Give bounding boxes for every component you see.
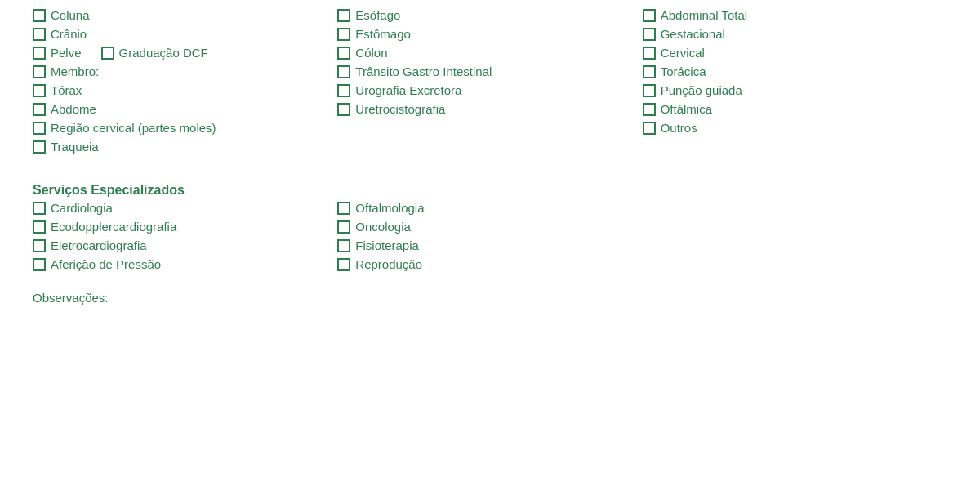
- row-puncao-guiada: Punção guiada: [643, 83, 947, 97]
- label-eletrocardiografia: Eletrocardiografia: [51, 238, 147, 252]
- row-esofago: Esôfago: [337, 8, 642, 22]
- checkbox-cervical[interactable]: [643, 47, 656, 60]
- top-section: Coluna Crânio Pelve Graduação DCF Membro…: [33, 8, 947, 155]
- checkbox-ecodoppler[interactable]: [33, 220, 46, 234]
- row-oftalmologia: Oftalmologia: [337, 201, 642, 215]
- row-cardiologia: Cardiologia: [33, 201, 337, 215]
- row-ecodoppler: Ecodopplercardiografia: [33, 220, 337, 234]
- checkbox-reproducao[interactable]: [337, 258, 350, 271]
- row-reproducao: Reprodução: [337, 257, 642, 271]
- label-traqueia: Traqueia: [51, 140, 99, 154]
- checkbox-colon[interactable]: [337, 47, 350, 60]
- label-gestacional: Gestacional: [661, 27, 725, 41]
- label-esofago: Esôfago: [355, 8, 400, 22]
- label-puncao-guiada: Punção guiada: [661, 83, 742, 97]
- col2: Esôfago Estômago Cólon Trânsito Gastro I…: [337, 8, 642, 155]
- checkbox-membro[interactable]: [33, 65, 46, 78]
- checkbox-eletrocardiografia[interactable]: [33, 239, 46, 252]
- col1: Coluna Crânio Pelve Graduação DCF Membro…: [33, 8, 337, 155]
- label-toracica: Torácica: [661, 65, 706, 78]
- services-title: Serviços Especializados: [33, 183, 947, 198]
- row-eletrocardiografia: Eletrocardiografia: [33, 238, 337, 252]
- label-torax: Tórax: [51, 83, 82, 97]
- row-coluna: Coluna: [33, 8, 337, 22]
- observacoes-label: Observações:: [33, 291, 109, 305]
- checkbox-afericao[interactable]: [33, 258, 46, 271]
- row-membro: Membro:: [33, 65, 337, 78]
- row-afericao: Aferição de Pressão: [33, 257, 337, 271]
- checkbox-oftalmica[interactable]: [643, 103, 656, 116]
- row-abdome: Abdome: [33, 102, 337, 116]
- checkbox-oncologia[interactable]: [337, 220, 350, 234]
- membro-field[interactable]: [104, 65, 251, 78]
- label-fisioterapia: Fisioterapia: [355, 238, 419, 252]
- row-outros: Outros: [643, 121, 947, 135]
- label-estomago: Estômago: [355, 27, 411, 41]
- checkbox-gestacional[interactable]: [643, 28, 656, 41]
- label-colon: Cólon: [355, 46, 387, 60]
- checkbox-regiao-cervical[interactable]: [33, 122, 46, 135]
- checkbox-transito[interactable]: [337, 65, 350, 78]
- row-uretrocistografia: Uretrocistografia: [337, 102, 642, 116]
- row-cranio: Crânio: [33, 27, 337, 41]
- label-regiao-cervical: Região cervical (partes moles): [51, 121, 216, 135]
- label-outros: Outros: [661, 121, 697, 135]
- checkbox-pelve[interactable]: [33, 47, 46, 60]
- checkbox-uretrocistografia[interactable]: [337, 103, 350, 116]
- row-traqueia: Traqueia: [33, 140, 337, 154]
- label-reproducao: Reprodução: [355, 257, 422, 271]
- checkbox-abdominal-total[interactable]: [643, 9, 656, 22]
- checkbox-traqueia[interactable]: [33, 140, 46, 154]
- label-coluna: Coluna: [51, 8, 90, 22]
- label-uretrocistografia: Uretrocistografia: [355, 102, 445, 116]
- label-oncologia: Oncologia: [355, 220, 411, 234]
- checkbox-cranio[interactable]: [33, 28, 46, 41]
- row-torax: Tórax: [33, 83, 337, 97]
- checkbox-toracica[interactable]: [643, 65, 656, 78]
- checkbox-fisioterapia[interactable]: [337, 239, 350, 252]
- col3: Abdominal Total Gestacional Cervical Tor…: [643, 8, 947, 155]
- row-regiao-cervical: Região cervical (partes moles): [33, 121, 337, 135]
- label-membro: Membro:: [51, 65, 99, 78]
- services-col3: [643, 201, 947, 273]
- checkbox-urografia[interactable]: [337, 84, 350, 97]
- label-transito: Trânsito Gastro Intestinal: [355, 65, 492, 78]
- row-abdominal-total: Abdominal Total: [643, 8, 947, 22]
- observacoes-section: Observações:: [33, 291, 947, 305]
- checkbox-cardiologia[interactable]: [33, 202, 46, 215]
- checkbox-oftalmologia[interactable]: [337, 202, 350, 215]
- label-cranio: Crânio: [51, 27, 87, 41]
- label-abdome: Abdome: [51, 102, 96, 116]
- row-estomago: Estômago: [337, 27, 642, 41]
- row-gestacional: Gestacional: [643, 27, 947, 41]
- row-toracica: Torácica: [643, 65, 947, 78]
- main-content: Coluna Crânio Pelve Graduação DCF Membro…: [33, 8, 947, 305]
- row-oftalmica: Oftálmica: [643, 102, 947, 116]
- checkbox-torax[interactable]: [33, 84, 46, 97]
- label-oftalmica: Oftálmica: [661, 102, 712, 116]
- row-oncologia: Oncologia: [337, 220, 642, 234]
- checkbox-puncao-guiada[interactable]: [643, 84, 656, 97]
- services-col1: Cardiologia Ecodopplercardiografia Eletr…: [33, 201, 337, 273]
- label-oftalmologia: Oftalmologia: [355, 201, 424, 215]
- label-urografia: Urografia Excretora: [355, 83, 461, 97]
- label-cardiologia: Cardiologia: [51, 201, 113, 215]
- row-cervical: Cervical: [643, 46, 947, 60]
- row-transito: Trânsito Gastro Intestinal: [337, 65, 642, 78]
- checkbox-esofago[interactable]: [337, 9, 350, 22]
- label-abdominal-total: Abdominal Total: [661, 8, 747, 22]
- checkbox-outros[interactable]: [643, 122, 656, 135]
- label-afericao: Aferição de Pressão: [51, 257, 161, 271]
- label-ecodoppler: Ecodopplercardiografia: [51, 220, 176, 234]
- row-fisioterapia: Fisioterapia: [337, 238, 642, 252]
- services-col2: Oftalmologia Oncologia Fisioterapia Repr…: [337, 201, 642, 273]
- checkbox-estomago[interactable]: [337, 28, 350, 41]
- checkbox-graduation[interactable]: [101, 47, 114, 60]
- checkbox-coluna[interactable]: [33, 9, 46, 22]
- services-columns: Cardiologia Ecodopplercardiografia Eletr…: [33, 201, 947, 273]
- label-cervical: Cervical: [661, 46, 705, 60]
- checkbox-abdome[interactable]: [33, 103, 46, 116]
- label-graduation: Graduação DCF: [119, 46, 208, 60]
- services-section: Serviços Especializados Cardiologia Ecod…: [33, 175, 947, 273]
- row-urografia: Urografia Excretora: [337, 83, 642, 97]
